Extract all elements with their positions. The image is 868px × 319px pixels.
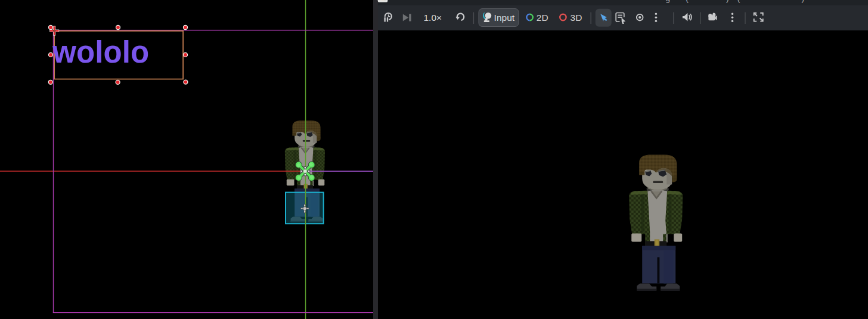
- svg-text:1.0×: 1.0×: [424, 13, 442, 23]
- svg-text:2D: 2D: [537, 13, 548, 23]
- svg-text:(: (: [737, 0, 740, 3]
- svg-text:3D: 3D: [571, 13, 582, 23]
- svg-text:(: (: [686, 0, 689, 3]
- svg-text:): ): [802, 0, 805, 3]
- svg-text:Input: Input: [494, 13, 515, 23]
- svg-text:g: g: [666, 0, 671, 3]
- svg-text:): ): [726, 0, 729, 3]
- svg-text:wololo: wololo: [52, 35, 149, 69]
